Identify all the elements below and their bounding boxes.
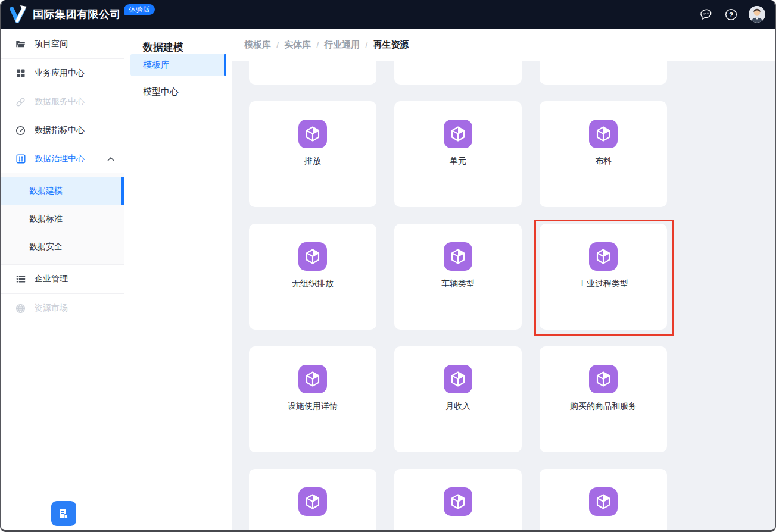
tab-label: 模型中心 — [143, 86, 179, 98]
breadcrumb-item[interactable]: 实体库 — [284, 39, 311, 51]
template-card-clipped[interactable] — [394, 61, 522, 85]
svg-text:?: ? — [729, 11, 733, 18]
card-row — [249, 61, 775, 85]
help-icon[interactable]: ? — [724, 7, 738, 21]
card-label: 布料 — [595, 156, 612, 167]
avatar[interactable] — [749, 6, 765, 23]
cube-icon — [298, 120, 327, 148]
template-card-partial[interactable] — [540, 469, 667, 530]
cube-icon — [298, 365, 327, 393]
panel-title: 数据建模 — [124, 29, 232, 54]
enterprise-building-icon — [57, 507, 70, 520]
sidebar-subitem-data-security[interactable]: 数据安全 — [1, 233, 124, 261]
list-icon — [15, 274, 26, 284]
template-card[interactable]: 无组织排放 — [249, 224, 376, 330]
message-icon[interactable] — [699, 7, 713, 21]
link-icon — [15, 97, 26, 107]
template-card-highlighted[interactable]: 工业过程类型 — [540, 224, 667, 330]
tab-label: 模板库 — [143, 60, 170, 71]
sidebar-item-resource-market[interactable]: 资源市场 — [1, 294, 124, 323]
sidebar-item-label: 数据服务中心 — [35, 96, 85, 107]
cube-icon — [444, 487, 472, 516]
template-card[interactable]: 排放 — [249, 101, 376, 207]
chevron-up-icon — [107, 157, 114, 161]
sidebar-item-data-governance[interactable]: 数据治理中心 — [1, 145, 124, 173]
tab-template-library[interactable]: 模板库 — [130, 54, 226, 76]
active-tab-indicator — [224, 54, 226, 76]
sidebar-item-data-services[interactable]: 数据服务中心 — [1, 87, 124, 116]
template-card[interactable]: 购买的商品和服务 — [540, 346, 667, 452]
template-card[interactable]: 布料 — [540, 101, 667, 207]
breadcrumb-item[interactable]: 行业通用 — [324, 39, 360, 51]
template-card[interactable]: 车辆类型 — [394, 224, 522, 330]
sidebar-item-label: 业务应用中心 — [35, 68, 85, 79]
card-label: 排放 — [304, 156, 321, 167]
breadcrumb-item[interactable]: 模板库 — [244, 39, 271, 51]
sidebar-item-data-metrics[interactable]: 数据指标中心 — [1, 116, 124, 145]
sidebar-item-label: 项目空间 — [35, 39, 68, 49]
logo-v-icon — [8, 5, 29, 24]
enterprise-switch-button[interactable] — [51, 501, 76, 526]
template-card[interactable]: 月收入 — [394, 346, 522, 452]
breadcrumb-separator: / — [276, 40, 279, 50]
gauge-icon — [15, 126, 26, 136]
cube-icon — [298, 242, 327, 271]
cube-icon — [444, 120, 472, 148]
template-card-clipped[interactable] — [540, 61, 667, 85]
template-card-partial[interactable] — [394, 469, 522, 530]
sidebar-subitem-label: 数据安全 — [29, 242, 63, 252]
template-card[interactable]: 设施使用详情 — [249, 346, 376, 452]
cube-icon — [444, 242, 472, 271]
cube-icon — [298, 487, 327, 516]
card-label: 无组织排放 — [292, 278, 334, 289]
folder-icon — [15, 39, 26, 49]
sidebar-subitem-data-standards[interactable]: 数据标准 — [1, 205, 124, 233]
template-card-partial[interactable] — [249, 469, 376, 530]
card-row — [249, 469, 775, 530]
topbar-actions: ? — [699, 6, 765, 23]
sidebar-item-label: 资源市场 — [35, 303, 68, 314]
data-modeling-panel: 数据建模 模板库 模型中心 — [124, 29, 232, 530]
template-card-clipped[interactable] — [249, 61, 376, 85]
main-area: 模板库 / 实体库 / 行业通用 / 再生资源 — [232, 29, 775, 530]
cube-icon — [589, 487, 618, 516]
card-label: 月收入 — [445, 401, 470, 412]
sidebar-item-label: 企业管理 — [35, 274, 68, 284]
app-body: 项目空间 业务应用中心 数据服务中心 数据指标中心 — [1, 29, 775, 530]
sidebar-item-label: 数据治理中心 — [35, 154, 85, 164]
template-grid: 排放 单元 布料 — [232, 61, 775, 530]
app-window: 国际集团有限公司 体验版 ? — [0, 0, 776, 532]
tab-model-center[interactable]: 模型中心 — [130, 80, 226, 103]
sidebar-subitem-data-modeling[interactable]: 数据建模 — [1, 177, 124, 205]
card-label: 工业过程类型 — [578, 278, 628, 289]
template-card[interactable]: 单元 — [394, 101, 522, 207]
card-label: 单元 — [450, 156, 466, 167]
cube-icon — [589, 120, 618, 148]
data-governance-icon — [15, 154, 26, 164]
card-row: 无组织排放 车辆类型 工业过程类型 — [249, 224, 775, 330]
apps-grid-icon — [15, 68, 26, 79]
breadcrumb-separator: / — [365, 40, 367, 50]
data-governance-submenu: 数据建模 数据标准 数据安全 — [1, 173, 124, 265]
cube-icon — [589, 365, 618, 393]
sidebar-item-project-space[interactable]: 项目空间 — [1, 30, 124, 58]
sidebar-subitem-label: 数据标准 — [29, 214, 63, 224]
trial-badge: 体验版 — [124, 4, 155, 15]
topbar: 国际集团有限公司 体验版 ? — [1, 0, 775, 29]
card-row: 设施使用详情 月收入 购买的商品和服务 — [249, 346, 775, 452]
brand-title: 国际集团有限公司 — [33, 7, 121, 21]
sidebar-subitem-label: 数据建模 — [29, 186, 63, 196]
card-row: 排放 单元 布料 — [249, 101, 775, 207]
sidebar-item-enterprise-management[interactable]: 企业管理 — [1, 265, 124, 293]
sidebar: 项目空间 业务应用中心 数据服务中心 数据指标中心 — [1, 29, 124, 530]
sidebar-item-business-apps[interactable]: 业务应用中心 — [1, 59, 124, 87]
globe-icon — [15, 303, 26, 314]
breadcrumb-current: 再生资源 — [373, 39, 409, 51]
cube-icon — [444, 365, 472, 393]
card-label: 设施使用详情 — [288, 401, 338, 412]
breadcrumb: 模板库 / 实体库 / 行业通用 / 再生资源 — [232, 29, 775, 61]
highlight-annotation — [534, 220, 674, 336]
card-label: 购买的商品和服务 — [570, 401, 637, 412]
sidebar-item-label: 数据指标中心 — [35, 125, 85, 136]
breadcrumb-separator: / — [316, 40, 319, 50]
